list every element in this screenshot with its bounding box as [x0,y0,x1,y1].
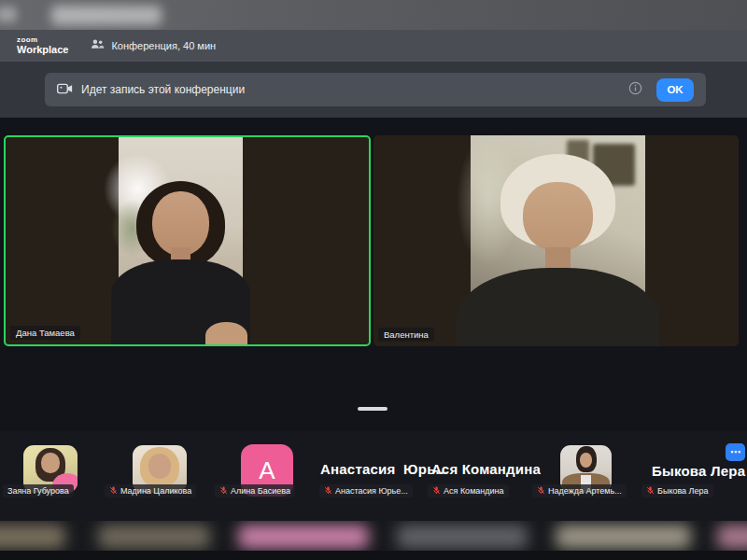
recording-banner: Идет запись этой конференции OK [45,73,706,106]
participant-video [471,135,645,346]
recording-message: Идет запись этой конференции [81,83,245,96]
participant-name-pill: Ася Командина [428,484,509,497]
participant-display-name: Ася Командина [431,461,541,477]
blurred-corner-blob [0,7,17,22]
participants-icon [91,37,105,55]
zoom-meeting-window: zoom Workplace Конференция, 40 мин [0,0,747,560]
participant-name-pill: Мадина Цаликова [105,484,196,497]
meeting-title: Конференция, 40 мин [111,40,216,51]
gallery-resize-handle[interactable] [358,407,388,411]
participant-name-pill: Надежда Артемь... [532,484,627,497]
more-options-badge[interactable]: ⋯ [726,443,745,461]
participant-name-pill: Быкова Лера [641,484,713,497]
participant-name-pill: Анастасия Юрье... [319,484,413,497]
participant-tile[interactable]: Анастасия Юрь... Анастасия Юрье... [317,431,424,510]
logo-line-zoom: zoom [17,36,68,44]
meeting-info[interactable]: Конференция, 40 мин [91,37,216,55]
participants-filmstrip: Заяна Губурова Мадина Цаликова [0,431,747,521]
video-tile-active-speaker[interactable]: Дана Тамаева [4,135,371,346]
background-blur-top [0,0,747,30]
blurred-titlebar-blob [51,6,162,25]
video-stage: Дана Тамаева Валентина [0,118,747,431]
participant-tile[interactable]: Ася Командина Ася Командина [426,431,525,510]
participant-name-pill: Алина Басиева [215,484,295,497]
mic-muted-icon [109,486,118,497]
meeting-toolbar: zoom Workplace Конференция, 40 мин [0,30,747,62]
participant-tile[interactable]: Заяна Губурова [0,431,103,510]
participant-name-pill: Заяна Губурова [3,484,74,497]
mic-muted-icon [537,486,545,497]
mic-muted-icon [646,486,655,497]
participant-name-label: Валентина [378,328,434,342]
info-circle-icon[interactable] [628,81,642,99]
participant-display-name: Быкова Лера [652,463,745,479]
participant-tile[interactable]: Надежда Артемь... [530,431,622,510]
participant-tile[interactable]: A Алина Басиева [213,431,299,510]
mic-muted-icon [324,486,332,497]
participant-name-label: Дана Тамаева [10,326,80,340]
zoom-workplace-logo: zoom Workplace [17,36,68,55]
logo-line-workplace: Workplace [17,45,68,55]
bottom-edge [0,551,747,560]
video-camera-icon [57,81,73,98]
mic-muted-icon [432,486,441,497]
banner-zone: Идет запись этой конференции OK [0,62,747,118]
participant-video [119,137,243,344]
mic-muted-icon [219,486,228,497]
participant-tile[interactable]: Мадина Цаликова [103,431,202,510]
ok-button[interactable]: OK [656,78,694,102]
video-tile[interactable]: Валентина [374,135,739,346]
